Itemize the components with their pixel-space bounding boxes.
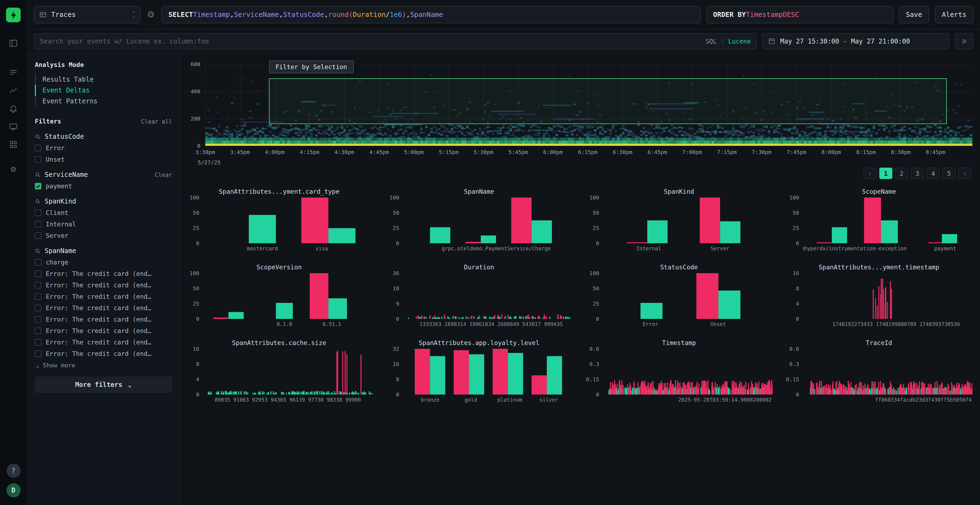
mini-chart-canvas[interactable] [403,273,573,319]
checkbox[interactable] [35,316,41,322]
clear-filter-button[interactable]: Clear [155,172,172,178]
order-by-input[interactable]: ORDER BY Timestamp DESC [706,6,893,23]
checkbox[interactable] [35,305,41,311]
page-button-2[interactable]: 2 [895,168,908,179]
more-filters-button[interactable]: More filters ⌄ [35,376,172,393]
mini-chart-5: Duration3618901333363 1698314 19961834 2… [386,264,573,328]
search-logs-icon[interactable] [6,65,21,80]
checkbox[interactable] [35,327,41,334]
mini-chart-plot[interactable] [603,349,773,395]
filter-option[interactable]: Error: The credit card (end… [35,338,172,346]
checkbox[interactable] [35,221,41,227]
alerts-bell-icon[interactable] [6,101,21,116]
page-button-4[interactable]: 4 [927,168,940,179]
alerts-button[interactable]: Alerts [935,6,974,23]
sidebar-toggle-icon[interactable] [6,35,21,51]
filter-option[interactable]: charge [35,258,172,266]
lucene-toggle[interactable]: Lucene [728,37,751,45]
filter-option[interactable]: Client [35,208,172,217]
filter-option[interactable]: Error [35,144,172,152]
hyperdx-logo-icon[interactable] [6,8,21,22]
page-button-5[interactable]: 5 [942,168,956,179]
sql-toggle[interactable]: SQL [705,37,717,45]
filter-option[interactable]: Unset [35,155,172,163]
checkbox[interactable] [35,145,41,151]
y-tick: 100 [789,195,799,200]
checkbox[interactable] [35,282,41,288]
mini-chart-plot[interactable] [403,349,573,395]
show-more-button[interactable]: ⌄ Show more [36,362,172,369]
checkbox[interactable] [35,209,41,216]
checkbox[interactable] [35,339,41,345]
mini-chart-plot[interactable] [203,273,373,319]
checkbox[interactable] [35,156,41,162]
sessions-monitor-icon[interactable] [6,119,21,134]
heatmap-plot[interactable]: Filter by Selection [205,64,972,146]
next-page-button[interactable]: › [958,168,971,179]
prev-page-button[interactable]: ‹ [864,168,877,179]
mini-chart-plot[interactable] [803,197,973,243]
settings-gear-icon[interactable]: ⚙ [6,162,21,177]
mini-chart-canvas[interactable] [403,197,573,243]
mini-chart-title: ScopeName [786,188,973,197]
mini-chart-plot[interactable] [403,197,573,243]
mini-chart-y-axis: 10050250 [186,273,203,319]
mini-chart-canvas[interactable] [803,349,972,395]
page-button-1[interactable]: 1 [879,168,892,179]
mini-chart-canvas[interactable] [203,197,372,243]
filter-by-selection-tooltip[interactable]: Filter by Selection [269,60,354,73]
mini-chart-canvas[interactable] [203,349,372,395]
selection-rectangle[interactable] [269,78,947,124]
checkbox[interactable] [35,293,41,300]
filter-option[interactable]: Error: The credit card (end… [35,269,172,278]
source-selector[interactable]: Traces ⌃⌄ [34,6,140,23]
filter-option[interactable]: Error: The credit card (end… [35,315,172,323]
filter-option[interactable]: Error: The credit card (end… [35,304,172,312]
analysis-mode-item-event-patterns[interactable]: Event Patterns [35,96,172,106]
mini-chart-canvas[interactable] [203,273,372,319]
source-settings-gear-icon[interactable]: ⚙ [146,10,156,19]
mini-chart-canvas[interactable] [803,197,972,243]
mini-chart-canvas[interactable] [403,349,573,395]
filter-option[interactable]: Error: The credit card (end… [35,327,172,335]
filter-option[interactable]: Error: The credit card (end… [35,349,172,357]
avatar[interactable]: D [6,483,21,497]
clear-all-button[interactable]: Clear all [141,118,172,125]
y-tick: 100 [589,195,599,200]
mini-chart-canvas[interactable] [603,349,772,395]
mini-chart-plot[interactable] [803,273,973,319]
checkbox[interactable] [35,232,41,239]
analysis-mode-item-event-deltas[interactable]: Event Deltas [35,85,172,96]
select-query-input[interactable]: SELECT Timestamp,ServiceName,StatusCode,… [161,6,701,23]
analysis-mode-item-results-table[interactable]: Results Table [35,74,172,85]
mini-chart-plot[interactable] [603,273,773,319]
mini-chart-canvas[interactable] [603,273,772,319]
filter-option[interactable]: Server [35,231,172,240]
checkbox[interactable] [35,270,41,277]
chart-icon[interactable] [6,83,21,98]
checkbox[interactable] [35,350,41,357]
mini-chart-plot[interactable] [803,349,973,395]
services-grid-icon[interactable] [6,137,21,152]
date-range-picker[interactable]: May 27 15:30:00 - May 27 21:00:00 [762,33,950,49]
mini-chart-plot[interactable] [203,197,373,243]
help-button[interactable]: ? [6,464,21,478]
mini-chart-plot[interactable] [403,273,573,319]
checkbox[interactable] [35,183,41,189]
checkbox[interactable] [35,259,41,265]
mini-chart-4: ScopeVersion100502500.1.00.51.1 [186,264,373,328]
mini-chart-canvas[interactable] [803,273,972,319]
x-label: silver [539,397,558,403]
filter-option[interactable]: payment [35,182,172,190]
search-input[interactable]: Search your events w/ Lucene ex. column:… [34,33,757,49]
page-button-3[interactable]: 3 [911,168,924,179]
filter-option[interactable]: Internal [35,220,172,228]
filter-option[interactable]: Error: The credit card (end… [35,292,172,300]
run-query-button[interactable] [955,33,974,49]
mini-chart-plot[interactable] [603,197,773,243]
filter-option[interactable]: Error: The credit card (end… [35,281,172,289]
y-tick: 50 [193,210,199,216]
mini-chart-canvas[interactable] [603,197,772,243]
mini-chart-plot[interactable] [203,349,373,395]
save-button[interactable]: Save [899,6,929,23]
